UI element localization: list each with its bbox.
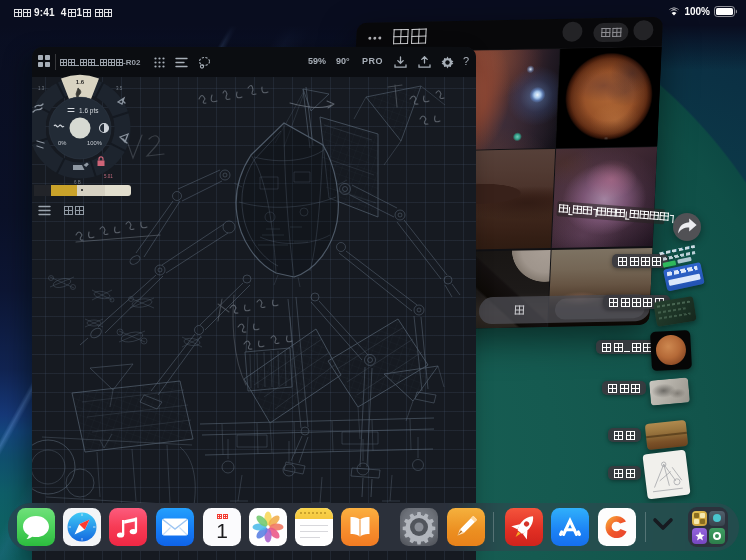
svg-text:3.5: 3.5 [116,86,123,91]
svg-text:1.6 pts: 1.6 pts [79,107,99,115]
svg-text:5.01: 5.01 [104,174,113,179]
svg-text:1.6: 1.6 [76,79,85,85]
svg-text:100%: 100% [87,140,102,146]
svg-text:0%: 0% [58,140,66,146]
svg-text:1.3: 1.3 [38,86,45,91]
